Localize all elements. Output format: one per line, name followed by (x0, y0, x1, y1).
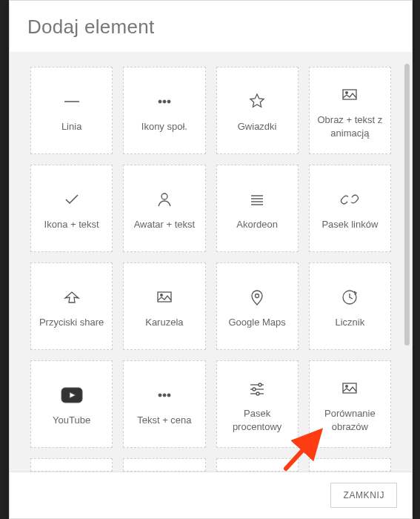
element-grid: Linia Ikony społ. Gwiazdki (30, 52, 391, 472)
link-icon (339, 185, 360, 214)
tile-label: Pasek procentowy (221, 407, 293, 433)
tile-label: Licznik (336, 316, 365, 329)
accordion-icon (247, 185, 267, 214)
tile-label: Obraz + tekst z animacją (314, 113, 386, 139)
tile-icon-text[interactable]: Ikona + tekst (30, 165, 113, 252)
tile-label: Karuzela (145, 316, 183, 329)
tile-partial[interactable] (216, 458, 299, 472)
svg-point-20 (259, 383, 261, 386)
sliders-icon (247, 374, 267, 403)
svg-point-12 (161, 294, 163, 297)
tile-label: Pasek linków (321, 218, 378, 231)
avatar-icon (154, 185, 175, 214)
svg-point-26 (346, 386, 348, 388)
svg-point-3 (167, 100, 170, 103)
scrollbar-thumb[interactable] (404, 64, 410, 346)
svg-rect-4 (343, 90, 356, 99)
tile-label: Porównanie obrazów (314, 407, 386, 433)
tile-label: Przyciski share (39, 316, 104, 329)
image-icon (339, 374, 360, 403)
tile-rating-stars[interactable]: Gwiazdki (216, 67, 299, 154)
tile-image-compare[interactable]: Porównanie obrazów (309, 360, 391, 448)
svg-point-16 (159, 394, 161, 397)
svg-point-17 (163, 394, 166, 397)
star-icon (247, 87, 267, 116)
tile-line[interactable]: Linia (30, 67, 113, 154)
tile-label: Google Maps (228, 316, 285, 329)
tile-partial[interactable] (30, 458, 113, 472)
image-icon (154, 283, 175, 311)
svg-point-22 (253, 388, 256, 391)
clock-icon (339, 283, 360, 311)
add-element-dialog: Dodaj element Linia Ikony społ. (9, 0, 413, 519)
tile-image-text-anim[interactable]: Obraz + tekst z animacją (309, 67, 391, 154)
tile-progress-bar[interactable]: Pasek procentowy (216, 360, 299, 448)
tile-label: Ikony społ. (141, 120, 187, 133)
check-icon (61, 185, 82, 214)
tile-avatar-text[interactable]: Awatar + tekst (123, 165, 205, 252)
svg-point-5 (346, 92, 348, 94)
scroll-area: Linia Ikony społ. Gwiazdki (10, 52, 412, 472)
svg-point-24 (256, 392, 259, 395)
line-icon (61, 87, 82, 116)
dialog-footer: ZAMKNIJ (10, 472, 412, 518)
tile-social-icons[interactable]: Ikony społ. (123, 67, 205, 154)
tile-label: Tekst + cena (137, 414, 191, 427)
tile-label: YouTube (53, 414, 90, 427)
tile-share-buttons[interactable]: Przyciski share (30, 262, 113, 350)
tile-label: Linia (61, 120, 81, 133)
dots-icon (154, 87, 175, 116)
svg-rect-11 (158, 292, 171, 302)
svg-point-6 (161, 194, 167, 199)
tile-carousel[interactable]: Karuzela (123, 262, 205, 350)
tile-label: Ikona + tekst (44, 218, 99, 231)
tile-label: Gwiazdki (238, 120, 277, 133)
tile-accordion[interactable]: Akordeon (216, 165, 299, 252)
share-icon (61, 283, 82, 311)
tile-link-bar[interactable]: Pasek linków (309, 165, 391, 252)
tile-youtube[interactable]: YouTube (30, 360, 113, 448)
svg-point-1 (159, 100, 161, 103)
dialog-title: Dodaj element (10, 1, 412, 52)
dots-icon (154, 381, 175, 409)
tile-partial[interactable] (309, 458, 391, 472)
image-icon (339, 81, 360, 109)
svg-point-13 (256, 294, 259, 298)
element-grid-scroll[interactable]: Linia Ikony społ. Gwiazdki (10, 52, 412, 472)
tile-label: Awatar + tekst (134, 218, 196, 231)
tile-label: Akordeon (236, 218, 278, 231)
tile-counter[interactable]: Licznik (309, 262, 391, 350)
svg-point-2 (163, 100, 166, 103)
svg-rect-25 (343, 383, 356, 393)
youtube-icon (61, 381, 83, 409)
map-pin-icon (247, 283, 267, 311)
tile-google-maps[interactable]: Google Maps (216, 262, 299, 350)
tile-partial[interactable] (123, 458, 205, 472)
svg-point-18 (167, 394, 170, 397)
close-button[interactable]: ZAMKNIJ (330, 483, 397, 508)
tile-text-price[interactable]: Tekst + cena (123, 360, 205, 448)
